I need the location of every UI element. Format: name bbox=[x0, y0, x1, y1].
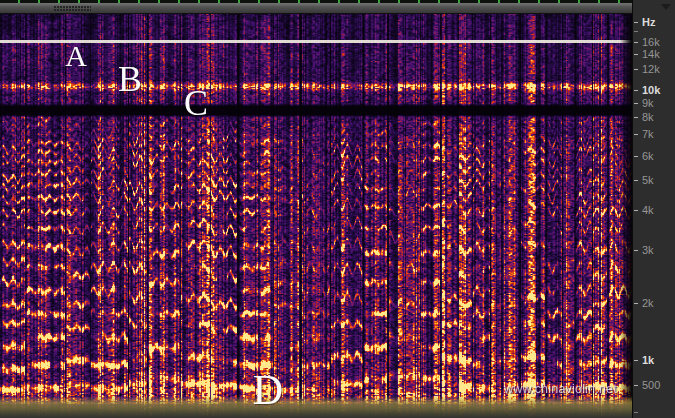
annotation-letter-B: B bbox=[118, 61, 142, 97]
frequency-tick-mark bbox=[634, 385, 638, 386]
frequency-tick-label: 14k bbox=[642, 49, 660, 60]
frequency-tick-label: 12k bbox=[642, 64, 660, 75]
frequency-tick-mark bbox=[634, 103, 638, 104]
spectrogram-canvas[interactable] bbox=[0, 14, 632, 418]
frequency-tick-mark bbox=[634, 69, 638, 70]
frequency-tick-label: 6k bbox=[642, 151, 654, 162]
annotation-letter-D: D bbox=[253, 369, 283, 411]
frequency-tick-label: 4k bbox=[642, 205, 654, 216]
frequency-tick-label: 16k bbox=[642, 37, 660, 48]
panel-menu-dropdown-icon[interactable] bbox=[661, 4, 671, 10]
frequency-tick-mark bbox=[634, 250, 638, 251]
marker-line-16k bbox=[0, 40, 632, 43]
frequency-tick-label: 10k bbox=[642, 85, 660, 96]
frequency-tick-label: 9k bbox=[642, 98, 654, 109]
annotation-letter-C: C bbox=[184, 85, 208, 121]
spectral-view-window: www.chinaviolin.net Hz16k14k12k10k9k8k7k… bbox=[0, 0, 675, 418]
frequency-tick-label: 1k bbox=[642, 355, 654, 366]
frequency-tick-mark bbox=[634, 134, 638, 135]
frequency-minor-tick-mark bbox=[634, 412, 638, 413]
watermark-text: www.chinaviolin.net bbox=[504, 382, 617, 396]
frequency-tick-label: 7k bbox=[642, 129, 654, 140]
frequency-tick-mark bbox=[634, 117, 638, 118]
frequency-tick-label: 3k bbox=[642, 245, 654, 256]
frequency-tick-mark bbox=[634, 156, 638, 157]
frequency-tick-label: 8k bbox=[642, 112, 654, 123]
frequency-tick-mark bbox=[634, 303, 638, 304]
panel-divider-bar[interactable] bbox=[0, 3, 632, 14]
drag-grip-icon[interactable] bbox=[54, 6, 91, 12]
frequency-tick-label: 500 bbox=[642, 380, 660, 391]
frequency-minor-tick-mark bbox=[634, 31, 638, 32]
annotation-letter-A: A bbox=[65, 41, 87, 71]
frequency-tick-label: Hz bbox=[642, 17, 655, 28]
spectrogram-right-fade bbox=[620, 14, 632, 418]
frequency-tick-mark bbox=[634, 210, 638, 211]
low-frequency-fade-overlay bbox=[0, 396, 632, 418]
frequency-tick-mark bbox=[634, 22, 638, 23]
frequency-tick-label: 5k bbox=[642, 175, 654, 186]
frequency-tick-mark bbox=[634, 42, 638, 43]
frequency-tick-mark bbox=[634, 54, 638, 55]
frequency-ruler[interactable]: Hz16k14k12k10k9k8k7k6k5k4k3k2k1k500 bbox=[632, 0, 675, 418]
frequency-tick-mark bbox=[634, 90, 638, 91]
frequency-tick-label: 2k bbox=[642, 298, 654, 309]
frequency-tick-mark bbox=[634, 180, 638, 181]
frequency-tick-mark bbox=[634, 360, 638, 361]
